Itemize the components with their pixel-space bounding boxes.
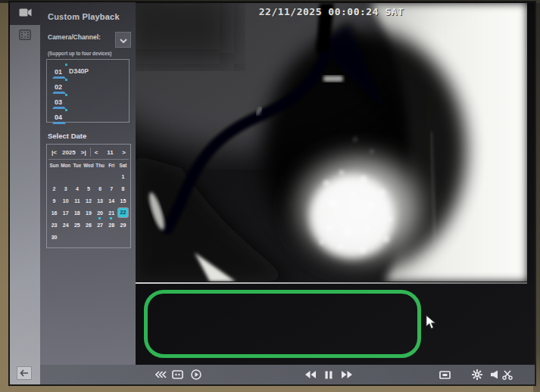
channel-selected-dot	[65, 64, 67, 66]
calendar-day-empty	[83, 170, 94, 182]
calendar-day-empty	[95, 170, 106, 182]
next-month-button[interactable]: >	[120, 149, 128, 156]
calendar-day-number: 18	[73, 209, 82, 217]
calendar-day-number: 21	[107, 209, 116, 217]
select-date-label: Select Date	[48, 132, 136, 140]
calendar-day-5[interactable]: 5	[83, 182, 94, 194]
calendar-day-29[interactable]: 29	[117, 219, 129, 231]
rewind-icon[interactable]	[304, 368, 317, 381]
channel-item-03[interactable]: 03	[55, 94, 129, 109]
screen: Custom Playback Camera/Channel: (Support…	[10, 2, 535, 384]
playback-nav[interactable]	[10, 25, 40, 48]
scissors-icon[interactable]	[501, 368, 514, 381]
fast-forward-icon[interactable]	[340, 368, 354, 381]
calendar-day-18[interactable]: 18	[71, 207, 83, 219]
timeline-area[interactable]	[136, 285, 535, 365]
calendar-day-11[interactable]: 11	[71, 194, 83, 207]
calendar-day-20[interactable]: 20	[95, 207, 106, 219]
calendar-day-28[interactable]: 28	[106, 219, 117, 231]
video-feed: 22/11/2025 00:00:24 SAT	[136, 3, 527, 282]
calendar-day-empty	[106, 231, 117, 243]
calendar-day-empty	[60, 170, 71, 182]
calendar-day-7[interactable]: 7	[106, 182, 117, 194]
calendar-day-25[interactable]: 25	[71, 219, 83, 231]
calendar-day-3[interactable]: 3	[60, 182, 71, 194]
highlight-annotation	[144, 290, 421, 358]
calendar-day-number: 13	[95, 197, 105, 205]
calendar-day-number: 20	[95, 209, 105, 217]
live-view-nav[interactable]	[10, 2, 40, 25]
calendar-day-6[interactable]: 6	[95, 182, 106, 194]
calendar-day-number: 1	[118, 173, 127, 181]
video-camera-icon	[19, 7, 32, 20]
pause-icon[interactable]	[322, 368, 336, 381]
back-button[interactable]	[17, 366, 32, 380]
gear-icon[interactable]	[470, 368, 484, 381]
calendar-day-19[interactable]: 19	[83, 207, 94, 219]
calendar-day-14[interactable]: 14	[106, 194, 117, 207]
calendar-day-number: 25	[73, 221, 82, 229]
page-title: Custom Playback	[48, 12, 136, 21]
calendar-day-2[interactable]: 2	[48, 182, 60, 194]
divider	[90, 148, 91, 157]
calendar-day-26[interactable]: 26	[83, 219, 94, 231]
calendar-day-9[interactable]: 9	[48, 194, 60, 207]
calendar-header: |< 2025 >| < 11 >	[48, 148, 129, 160]
calendar-day-number: 7	[107, 185, 116, 193]
chevron-down-icon	[120, 34, 127, 45]
channel-name: D340P	[69, 67, 89, 75]
calendar-day-number: 23	[50, 221, 59, 229]
calendar-day-4[interactable]: 4	[71, 182, 83, 194]
calendar-day-30[interactable]: 30	[48, 231, 60, 243]
skip-backward-icon[interactable]	[154, 368, 167, 381]
channel-number: 01	[55, 68, 62, 76]
camera-channel-row: Camera/Channel:	[48, 32, 136, 48]
calendar-day-number: 16	[50, 209, 59, 217]
calendar-day-16[interactable]: 16	[48, 207, 60, 219]
channel-dropdown-button[interactable]	[115, 32, 131, 48]
channel-selected-dot	[65, 109, 67, 111]
calendar-day-number: 2	[50, 185, 59, 193]
calendar-day-24[interactable]: 24	[60, 219, 71, 231]
calendar-day-name: Mon	[60, 163, 71, 168]
channel-list: 01D340P020304	[46, 59, 130, 123]
channel-item-02[interactable]: 02	[55, 79, 129, 94]
speaker-icon[interactable]	[487, 368, 501, 381]
calendar-month: 11	[100, 149, 120, 156]
clip-box-icon[interactable]	[170, 368, 184, 381]
calendar-day-empty	[83, 231, 94, 243]
calendar-day-number: 3	[61, 185, 70, 193]
monitor-photo: Custom Playback Camera/Channel: (Support…	[0, 0, 540, 392]
calendar-day-1[interactable]: 1	[117, 170, 129, 182]
calendar-day-13[interactable]: 13	[95, 194, 106, 207]
calendar-day-names: SunMonTueWedThuFriSat	[48, 163, 129, 168]
calendar-day-10[interactable]: 10	[60, 194, 71, 207]
channel-number: 02	[55, 83, 62, 91]
play-circle-icon[interactable]	[189, 368, 203, 381]
calendar-day-number: 19	[84, 209, 93, 217]
calendar-day-12[interactable]: 12	[83, 194, 94, 207]
sidebar-panel: Custom Playback Camera/Channel: (Support…	[40, 2, 136, 365]
calendar-day-22[interactable]: 22	[117, 207, 129, 219]
calendar-day-15[interactable]: 15	[117, 194, 129, 207]
next-year-button[interactable]: >|	[79, 149, 89, 156]
calendar-day-number: 5	[84, 185, 93, 193]
calendar-day-number: 29	[118, 221, 127, 229]
calendar-day-empty	[48, 170, 60, 182]
calendar-day-27[interactable]: 27	[95, 219, 106, 231]
prev-month-button[interactable]: <	[92, 149, 101, 156]
calendar-day-21[interactable]: 21	[106, 207, 117, 219]
calendar-day-number: 4	[73, 185, 82, 193]
prev-year-button[interactable]: |<	[49, 149, 59, 156]
channel-item-04[interactable]: 04	[55, 109, 129, 124]
display-icon[interactable]	[438, 368, 451, 381]
calendar-day-number: 6	[95, 185, 105, 193]
calendar-day-number: 24	[61, 221, 70, 229]
calendar-day-empty	[71, 231, 83, 243]
calendar-day-8[interactable]: 8	[117, 182, 129, 194]
calendar-day-number: 28	[107, 221, 116, 229]
calendar-day-empty	[117, 231, 129, 243]
calendar-day-23[interactable]: 23	[48, 219, 60, 231]
channel-item-01[interactable]: 01D340P	[55, 64, 129, 79]
calendar-day-17[interactable]: 17	[60, 207, 71, 219]
